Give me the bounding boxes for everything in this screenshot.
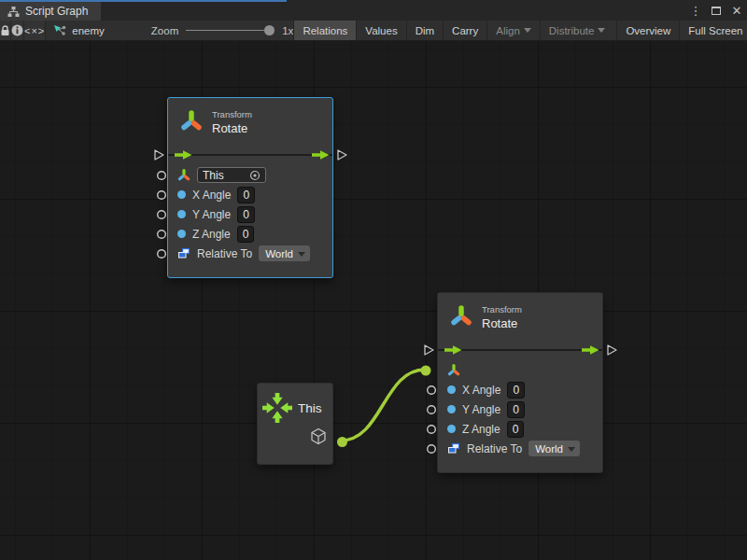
x-angle-input[interactable]: 0 [507,382,525,399]
tab-label: Script Graph [25,5,88,18]
rotate1-body: This X Angle 0 Y Angle 0 [168,165,332,277]
enum-icon [177,247,190,259]
relative-to-value: World [265,248,293,259]
align-button[interactable]: Align [486,21,540,40]
rotate-node-1[interactable]: Transform Rotate [167,97,333,278]
window-menu-button[interactable]: ⋮ [689,3,702,18]
graph-toolbar: <×> enemy Zoom 1x Relations Values Dim C… [0,21,747,41]
z-angle-input[interactable]: 0 [237,226,255,243]
lock-icon [0,25,10,36]
this-node[interactable]: This [257,383,333,465]
y-angle-input[interactable]: 0 [507,401,525,418]
maximize-button[interactable] [710,3,723,18]
flow-out-arrow-icon [311,149,331,161]
target-object-value: This [203,169,224,182]
info-button[interactable] [11,21,24,40]
x-angle-input[interactable]: 0 [237,187,255,203]
z-angle-input-port[interactable] [156,229,167,240]
relations-label: Relations [303,25,347,36]
target-row-connected [438,360,602,380]
carry-button[interactable]: Carry [443,21,486,40]
script-graph-canvas[interactable]: Transform Rotate [0,41,747,560]
relative-to-dropdown[interactable]: World [259,245,310,261]
y-angle-input[interactable]: 0 [237,206,255,223]
align-label: Align [496,25,520,36]
value-port-dot [447,425,456,433]
dim-button[interactable]: Dim [406,21,443,40]
node-category: Transform [212,109,252,119]
target-row: This [168,165,332,185]
window-controls: ⋮ ✕ [689,0,743,21]
relative-to-row: Relative To World [438,439,602,458]
dim-label: Dim [416,25,434,36]
target-input-port-connected[interactable] [419,364,432,377]
value-port-dot [177,230,186,238]
zoom-slider-handle[interactable] [264,25,275,35]
zoom-value: 1x [282,25,293,36]
close-button[interactable]: ✕ [730,3,743,18]
z-angle-row: Z Angle 0 [168,224,332,244]
x-angle-input-port[interactable] [426,385,437,396]
flow-input-port[interactable] [423,343,435,357]
rotate2-header: Transform Rotate [438,293,602,340]
flow-input-port[interactable] [153,148,165,161]
tab-bar: Script Graph ⋮ ✕ [0,0,747,21]
chevron-down-icon [524,28,531,33]
target-input-port[interactable] [156,170,167,181]
toolbar-toggle-group: Relations Values Dim Carry Align Distrib… [293,21,747,40]
target-object-field[interactable]: This [197,167,266,183]
x-angle-row: X Angle 0 [168,185,332,204]
y-angle-label: Y Angle [192,208,231,221]
chevron-down-icon [598,28,605,33]
transform-propeller-icon [177,169,190,182]
zoom-label: Zoom [151,25,178,36]
relative-to-input-port[interactable] [426,443,437,455]
lock-button[interactable] [0,21,11,40]
overview-label: Overview [626,25,670,36]
relations-button[interactable]: Relations [293,21,356,40]
z-angle-input[interactable]: 0 [507,421,525,438]
tab-script-graph[interactable]: Script Graph [0,2,101,21]
code-literal-button[interactable]: <×> [24,21,46,40]
x-angle-row: X Angle 0 [438,380,602,399]
rotate-node-2[interactable]: Transform Rotate [437,292,603,473]
breadcrumb[interactable]: enemy [46,21,114,40]
distribute-button[interactable]: Distribute [540,21,614,40]
info-icon [11,24,23,36]
zoom-slider[interactable] [186,30,275,31]
close-icon: ✕ [732,4,742,18]
y-angle-input-port[interactable] [156,209,167,220]
z-angle-row: Z Angle 0 [438,419,602,439]
connection-wire[interactable] [341,370,425,441]
wire-layer [0,41,747,560]
flow-out-arrow-icon [581,344,600,356]
y-angle-row: Y Angle 0 [168,204,332,224]
distribute-label: Distribute [549,25,595,36]
x-angle-input-port[interactable] [156,189,167,201]
y-angle-input-port[interactable] [426,404,437,415]
breadcrumb-graph-name: enemy [72,25,105,36]
values-button[interactable]: Values [356,21,405,40]
object-picker-icon[interactable] [249,170,261,181]
focus-accent-line [0,0,287,2]
script-graph-window: Script Graph ⋮ ✕ <×> [0,0,747,560]
flow-output-port[interactable] [336,148,348,161]
full-screen-button[interactable]: Full Screen [679,21,747,40]
transform-propeller-icon [449,304,473,329]
z-angle-label: Z Angle [192,228,231,241]
rotate2-flow-row [438,340,602,360]
flow-in-arrow-icon [444,344,463,356]
z-angle-input-port[interactable] [426,424,437,435]
node-title: Rotate [482,316,522,330]
relative-to-input-port[interactable] [156,248,167,259]
x-angle-label: X Angle [192,189,231,202]
gameobject-output-port-connected[interactable] [336,436,348,448]
overview-button[interactable]: Overview [616,21,679,40]
z-angle-label: Z Angle [462,423,500,436]
flow-output-port[interactable] [606,343,618,357]
value-port-dot [447,405,456,413]
value-port-dot [447,385,456,394]
relative-to-value: World [535,443,563,455]
relative-to-dropdown[interactable]: World [529,441,580,456]
relative-to-label: Relative To [467,442,522,455]
